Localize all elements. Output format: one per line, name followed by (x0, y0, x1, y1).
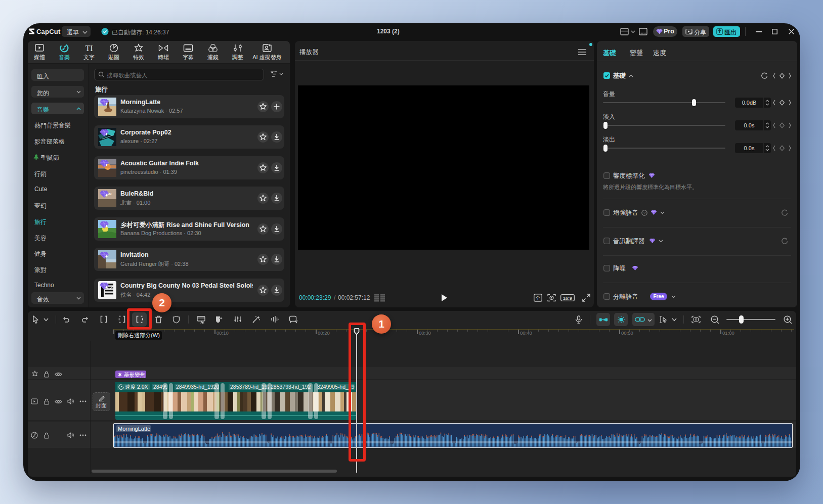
svg-text:TI: TI (85, 44, 93, 53)
svg-text:全: 全 (535, 295, 541, 301)
svg-text:16:9: 16:9 (563, 296, 572, 301)
svg-text:?: ? (643, 211, 646, 215)
